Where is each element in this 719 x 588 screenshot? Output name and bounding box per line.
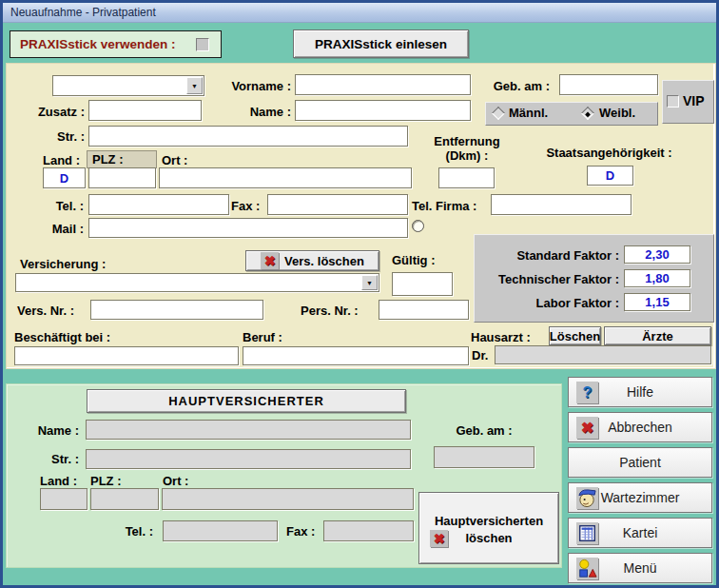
salutation-dropdown[interactable] xyxy=(52,75,204,96)
pers-nr-label: Pers. Nr. : xyxy=(301,304,359,318)
mail-option-radio[interactable] xyxy=(412,220,424,232)
gueltig-label: Gültig : xyxy=(392,253,436,267)
praxisstick-verwenden-box: PRAXISstick verwenden : xyxy=(10,30,222,58)
wartezimmer-button[interactable]: Wartezimmer xyxy=(568,482,712,513)
help-icon xyxy=(576,382,598,403)
hv-tel-field xyxy=(163,520,278,541)
hv-land-field xyxy=(40,488,87,510)
menue-button[interactable]: Menü xyxy=(568,553,712,583)
vers-nr-label: Vers. Nr. : xyxy=(17,304,74,318)
hausarzt-field xyxy=(495,345,711,364)
vip-label: VIP xyxy=(683,93,705,108)
cancel-icon xyxy=(576,417,598,439)
red-x-icon xyxy=(261,252,279,269)
ort-label: Ort : xyxy=(162,153,187,167)
versicherung-dropdown[interactable] xyxy=(15,273,379,292)
labor-faktor-field[interactable]: 1,15 xyxy=(624,293,690,311)
hv-land-label: Land : xyxy=(40,474,77,488)
red-x-icon xyxy=(430,530,448,547)
chevron-down-icon[interactable] xyxy=(361,275,378,290)
beruf-label: Beruf : xyxy=(243,330,282,344)
hv-name-field xyxy=(86,420,411,440)
geb-am-field[interactable] xyxy=(559,74,658,95)
plz-field[interactable] xyxy=(88,167,156,188)
hilfe-button[interactable]: Hilfe xyxy=(568,377,712,407)
tel-label: Tel. : xyxy=(29,199,84,213)
hv-fax-field xyxy=(323,520,414,541)
str-field[interactable] xyxy=(88,126,408,147)
str-label: Str. : xyxy=(29,129,85,144)
hv-fax-label: Fax : xyxy=(286,524,315,539)
hauptversicherten-loeschen-button[interactable]: Hauptversicherten löschen xyxy=(418,492,559,564)
zusatz-label: Zusatz : xyxy=(20,105,85,119)
standard-faktor-field[interactable]: 2,30 xyxy=(624,245,690,264)
praxisstick-einlesen-button[interactable]: PRAXISstick einlesen xyxy=(293,29,469,58)
hausarzt-loeschen-button[interactable]: Löschen xyxy=(549,326,601,345)
hv-str-field xyxy=(86,449,411,469)
hv-geb-am-field xyxy=(434,446,534,468)
hv-tel-label: Tel. : xyxy=(98,524,153,539)
hv-ort-label: Ort : xyxy=(163,474,188,488)
name-field[interactable] xyxy=(295,100,471,121)
hauptversicherter-header-button[interactable]: HAUPTVERSICHERTER xyxy=(87,389,406,413)
fax-label: Fax : xyxy=(231,199,260,213)
staatsangehoerigkeit-field[interactable]: D xyxy=(587,166,633,186)
technischer-faktor-field[interactable]: 1,80 xyxy=(624,269,690,287)
vers-loeschen-button[interactable]: Vers. löschen xyxy=(245,250,379,271)
vers-nr-field[interactable] xyxy=(90,300,263,320)
window-title: Neuaufnahme - Privatpatient xyxy=(10,6,156,19)
beruf-field[interactable] xyxy=(243,346,469,365)
hv-geb-am-label: Geb. am : xyxy=(433,423,535,438)
entfernung-label: Entfernung (Dkm) : xyxy=(419,134,515,163)
beschaeftigt-bei-field[interactable] xyxy=(14,346,239,365)
vip-checkbox[interactable] xyxy=(667,95,679,108)
abbrechen-button[interactable]: Abbrechen xyxy=(568,412,712,442)
card-file-icon xyxy=(576,522,598,544)
menu-icon xyxy=(576,558,598,579)
land-field[interactable]: D xyxy=(43,167,86,188)
staatsangehoerigkeit-label: Staatsangehörigkeit : xyxy=(526,146,692,160)
patient-button[interactable]: Patient xyxy=(568,447,712,478)
hv-plz-label: PLZ : xyxy=(90,474,122,488)
title-bar: Neuaufnahme - Privatpatient xyxy=(3,3,716,23)
standard-faktor-label: Standard Faktor : xyxy=(478,248,619,263)
hv-ort-field xyxy=(162,488,414,510)
entfernung-field[interactable] xyxy=(438,167,495,188)
praxisstick-verwenden-label: PRAXISstick verwenden : xyxy=(20,37,176,51)
versicherung-label: Versicherung : xyxy=(20,257,106,271)
name-label: Name : xyxy=(226,105,291,119)
zusatz-field[interactable] xyxy=(88,100,202,121)
tel-firma-field[interactable] xyxy=(491,194,632,215)
kartei-button[interactable]: Kartei xyxy=(568,518,712,548)
technischer-faktor-label: Technischer Faktor : xyxy=(478,272,619,286)
hv-str-label: Str. : xyxy=(20,452,79,466)
aerzte-button[interactable]: Ärzte xyxy=(604,326,711,345)
plz-label: PLZ : xyxy=(87,150,157,168)
vorname-field[interactable] xyxy=(295,74,471,95)
praxisstick-verwenden-checkbox[interactable] xyxy=(196,38,209,51)
land-label: Land : xyxy=(43,153,80,167)
tel-firma-label: Tel. Firma : xyxy=(412,199,476,213)
hv-name-label: Name : xyxy=(20,423,79,438)
mail-label: Mail : xyxy=(29,222,84,236)
gueltig-field[interactable] xyxy=(392,272,453,296)
waiting-room-icon xyxy=(576,487,598,509)
weibl-label: Weibl. xyxy=(599,106,635,120)
hausarzt-label: Hausarzt : xyxy=(471,330,531,344)
hv-plz-field xyxy=(90,488,159,510)
maennl-label: Männl. xyxy=(509,106,548,120)
labor-faktor-label: Labor Faktor : xyxy=(478,296,619,310)
geb-am-label: Geb. am : xyxy=(474,79,550,93)
mail-field[interactable] xyxy=(88,218,408,238)
ort-field[interactable] xyxy=(159,167,412,188)
dr-label: Dr. xyxy=(472,348,488,363)
pers-nr-field[interactable] xyxy=(379,300,469,320)
vorname-label: Vorname : xyxy=(198,79,291,93)
window: Neuaufnahme - Privatpatient PRAXISstick … xyxy=(0,0,719,588)
beschaeftigt-bei-label: Beschäftigt bei : xyxy=(14,330,110,344)
tel-field[interactable] xyxy=(88,194,229,215)
fax-field[interactable] xyxy=(267,194,408,215)
